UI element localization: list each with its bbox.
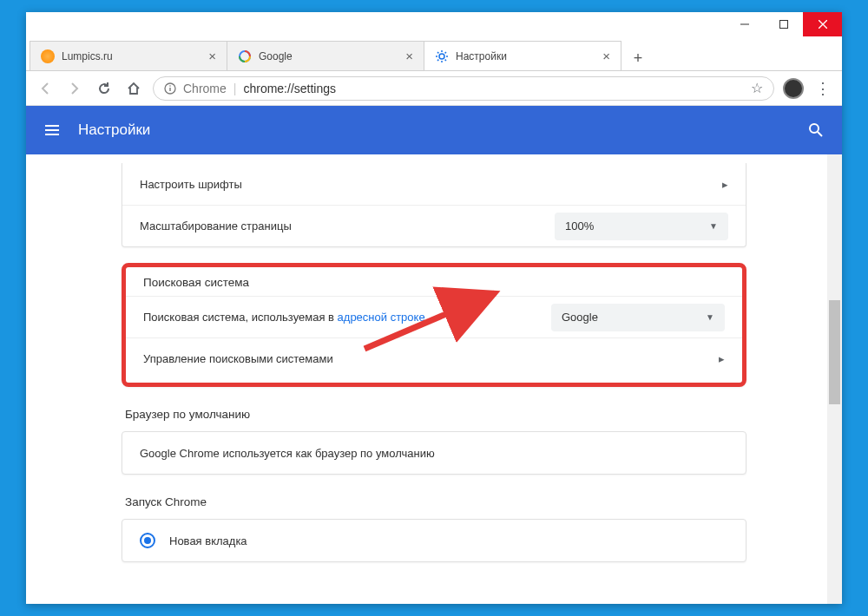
tab-title: Настройки bbox=[456, 50, 597, 62]
back-button[interactable] bbox=[35, 78, 56, 99]
customize-fonts-row[interactable]: Настроить шрифты ▸ bbox=[122, 163, 746, 205]
address-bar: Chrome | chrome://settings ☆ ⋮ bbox=[26, 71, 842, 106]
svg-point-7 bbox=[169, 85, 171, 87]
search-engine-title: Поисковая система bbox=[126, 271, 742, 296]
settings-content: Настроить шрифты ▸ Масштабирование стран… bbox=[26, 154, 842, 604]
svg-rect-1 bbox=[779, 21, 787, 29]
maximize-button[interactable] bbox=[764, 12, 803, 36]
default-browser-card: Google Chrome используется как браузер п… bbox=[122, 431, 746, 475]
svg-point-12 bbox=[810, 124, 819, 133]
omnibox-divider: | bbox=[233, 82, 237, 95]
site-info-icon[interactable] bbox=[164, 82, 176, 95]
bookmark-star-icon[interactable]: ☆ bbox=[751, 80, 763, 96]
favicon-lumpics-icon bbox=[41, 49, 55, 63]
startup-option-label: Новая вкладка bbox=[169, 534, 247, 547]
new-tab-button[interactable]: + bbox=[626, 46, 650, 70]
tab-close-icon[interactable]: × bbox=[208, 49, 216, 63]
url-text: chrome://settings bbox=[243, 82, 336, 95]
tab-close-icon[interactable]: × bbox=[405, 49, 413, 63]
search-engine-row: Поисковая система, используемая в адресн… bbox=[126, 296, 742, 337]
tab-lumpics[interactable]: Lumpics.ru × bbox=[30, 41, 227, 70]
zoom-select[interactable]: 100% ▼ bbox=[555, 213, 728, 240]
search-engine-value: Google bbox=[562, 311, 598, 324]
menu-button[interactable]: ⋮ bbox=[812, 78, 833, 99]
secure-label: Chrome bbox=[183, 82, 227, 95]
svg-line-13 bbox=[818, 132, 822, 136]
window-titlebar bbox=[26, 12, 842, 40]
tab-settings[interactable]: Настройки × bbox=[424, 41, 621, 70]
search-icon[interactable] bbox=[807, 121, 825, 139]
minimize-button[interactable] bbox=[725, 12, 764, 36]
manage-search-engines-row[interactable]: Управление поисковыми системами ▸ bbox=[126, 337, 742, 379]
tab-strip: Lumpics.ru × Google × Настройки × + bbox=[26, 40, 842, 71]
forward-button[interactable] bbox=[64, 78, 85, 99]
tab-title: Lumpics.ru bbox=[62, 50, 203, 62]
home-button[interactable] bbox=[123, 78, 144, 99]
radio-selected-icon[interactable] bbox=[140, 533, 155, 548]
startup-newtab-row[interactable]: Новая вкладка bbox=[122, 520, 746, 561]
default-browser-text: Google Chrome используется как браузер п… bbox=[140, 447, 728, 460]
dropdown-arrow-icon: ▼ bbox=[709, 221, 718, 231]
fonts-label: Настроить шрифты bbox=[140, 178, 722, 191]
favicon-google-icon bbox=[238, 49, 252, 63]
zoom-value: 100% bbox=[565, 220, 594, 233]
dropdown-arrow-icon: ▼ bbox=[706, 312, 714, 322]
address-bar-link[interactable]: адресной строке bbox=[338, 311, 425, 324]
chevron-right-icon: ▸ bbox=[722, 178, 728, 191]
tab-title: Google bbox=[259, 50, 400, 62]
default-browser-title: Браузер по умолчанию bbox=[122, 403, 746, 431]
search-engine-label: Поисковая система, используемая в адресн… bbox=[143, 311, 551, 324]
svg-point-5 bbox=[439, 54, 444, 59]
settings-title: Настройки bbox=[78, 121, 807, 139]
zoom-label: Масштабирование страницы bbox=[140, 220, 555, 233]
on-startup-title: Запуск Chrome bbox=[122, 490, 746, 519]
manage-search-label: Управление поисковыми системами bbox=[143, 352, 719, 365]
scrollbar-thumb[interactable] bbox=[829, 300, 840, 404]
reload-button[interactable] bbox=[94, 78, 115, 99]
tab-close-icon[interactable]: × bbox=[602, 49, 610, 63]
search-engine-card: Поисковая система Поисковая система, исп… bbox=[122, 263, 746, 387]
profile-avatar[interactable] bbox=[783, 78, 804, 99]
close-button[interactable] bbox=[803, 12, 842, 36]
on-startup-card: Новая вкладка bbox=[122, 519, 746, 562]
omnibox[interactable]: Chrome | chrome://settings ☆ bbox=[153, 76, 774, 101]
settings-header: Настройки bbox=[26, 106, 842, 154]
browser-window: Lumpics.ru × Google × Настройки × + bbox=[26, 12, 842, 604]
vertical-scrollbar[interactable] bbox=[827, 154, 842, 604]
favicon-settings-icon bbox=[435, 49, 449, 63]
svg-rect-8 bbox=[169, 88, 170, 91]
tab-google[interactable]: Google × bbox=[227, 41, 424, 70]
appearance-card: Настроить шрифты ▸ Масштабирование стран… bbox=[122, 163, 746, 247]
default-browser-row: Google Chrome используется как браузер п… bbox=[122, 432, 746, 474]
search-engine-select[interactable]: Google ▼ bbox=[551, 304, 725, 331]
menu-icon[interactable] bbox=[43, 121, 61, 139]
chevron-right-icon: ▸ bbox=[719, 352, 725, 365]
page-zoom-row: Масштабирование страницы 100% ▼ bbox=[122, 205, 746, 246]
